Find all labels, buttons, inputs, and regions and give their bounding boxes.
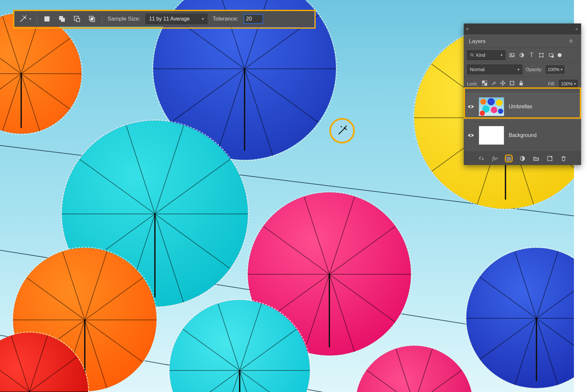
- panel-menu-icon[interactable]: ≡: [569, 38, 576, 45]
- fill-value: 100%: [561, 81, 573, 86]
- chevron-down-icon: ▾: [202, 17, 204, 21]
- add-to-selection-icon: [58, 15, 66, 23]
- close-icon[interactable]: ×: [464, 26, 471, 32]
- lock-icons: [482, 80, 524, 87]
- chevron-down-icon: ▾: [29, 17, 31, 21]
- svg-point-42: [508, 158, 510, 160]
- layer-filter-row: Kind ▾ T: [464, 48, 581, 62]
- lock-pixels-icon[interactable]: [491, 80, 497, 87]
- delete-layer-button[interactable]: [560, 155, 567, 162]
- lock-fill-row: Lock: Fill: 100% ▾: [464, 76, 581, 91]
- filter-adjustment-icon[interactable]: [519, 52, 525, 58]
- lock-position-icon[interactable]: [500, 80, 506, 87]
- layer-filter-kind-label: Kind: [476, 53, 485, 58]
- tolerance-label: Tolerance:: [213, 16, 238, 22]
- panel-titlebar[interactable]: × «: [464, 23, 581, 35]
- blend-opacity-row: Normal ▾ Opacity: 100% ▾: [464, 62, 581, 76]
- filter-image-icon[interactable]: [509, 52, 515, 58]
- fill-label: Fill:: [548, 81, 555, 86]
- blend-mode-value: Normal: [470, 67, 485, 72]
- opacity-value: 100%: [548, 67, 559, 72]
- svg-rect-29: [552, 55, 554, 57]
- layer-thumbnail: [479, 97, 504, 116]
- svg-rect-17: [91, 18, 93, 20]
- new-selection-icon: [43, 15, 51, 23]
- tool-preset-picker[interactable]: ▾: [19, 15, 31, 23]
- options-bar: ▾ Sample Size: 11 by 11 Average ▾ Tolera…: [14, 11, 314, 27]
- link-layers-button[interactable]: [477, 155, 485, 162]
- opacity-input[interactable]: 100% ▾: [546, 65, 564, 74]
- svg-line-8: [26, 18, 26, 19]
- svg-rect-32: [485, 83, 487, 85]
- svg-line-9: [25, 16, 26, 16]
- lock-artboard-icon[interactable]: [509, 80, 515, 87]
- chevron-down-icon: ▾: [518, 67, 519, 72]
- separator: [37, 13, 37, 24]
- layer-filter-kind-select[interactable]: Kind ▾: [467, 50, 505, 60]
- svg-line-3: [346, 129, 347, 130]
- svg-rect-12: [61, 18, 65, 22]
- svg-line-4: [346, 126, 347, 127]
- svg-point-18: [471, 53, 473, 56]
- layer-fx-button[interactable]: fx▾: [491, 155, 499, 162]
- intersect-selection-button[interactable]: [87, 14, 97, 24]
- fill-input[interactable]: 100% ▾: [559, 80, 578, 88]
- chevron-down-icon: ▾: [501, 53, 503, 57]
- layer-name: Background: [509, 132, 536, 138]
- add-mask-button[interactable]: [505, 155, 513, 162]
- umbrella-red-1: [0, 333, 88, 392]
- chevron-down-icon: ▾: [574, 82, 576, 86]
- lock-all-icon[interactable]: [518, 80, 524, 87]
- visibility-toggle[interactable]: [468, 133, 474, 138]
- layer-name: Umbrellas: [509, 104, 532, 110]
- new-group-button[interactable]: [532, 155, 540, 162]
- layers-list: Umbrellas Background: [464, 91, 581, 151]
- visibility-toggle[interactable]: [468, 104, 474, 109]
- search-icon: [470, 53, 474, 57]
- new-layer-button[interactable]: [546, 155, 554, 162]
- collapse-icon[interactable]: «: [572, 27, 581, 31]
- new-selection-button[interactable]: [42, 14, 52, 24]
- layers-tab[interactable]: Layers ≡: [464, 35, 581, 48]
- layer-thumbnail: [479, 126, 504, 145]
- svg-rect-31: [482, 81, 485, 83]
- blend-mode-select[interactable]: Normal ▾: [467, 65, 522, 74]
- svg-rect-14: [76, 18, 80, 22]
- tolerance-input[interactable]: [244, 14, 263, 24]
- filter-type-icon[interactable]: T: [528, 52, 535, 58]
- svg-point-40: [470, 134, 472, 136]
- add-to-selection-button[interactable]: [57, 14, 67, 24]
- svg-line-19: [473, 55, 474, 56]
- svg-rect-23: [540, 53, 543, 57]
- layer-row-umbrellas[interactable]: Umbrellas: [464, 92, 581, 121]
- svg-point-1: [344, 128, 345, 128]
- subtract-from-selection-button[interactable]: [72, 14, 82, 24]
- svg-line-0: [339, 128, 345, 134]
- opacity-label: Opacity:: [526, 67, 542, 72]
- lock-label: Lock:: [467, 81, 478, 86]
- filter-shape-icon[interactable]: [538, 52, 545, 58]
- new-adjustment-layer-button[interactable]: [519, 155, 526, 162]
- svg-rect-38: [520, 83, 523, 85]
- sample-size-select[interactable]: 11 by 11 Average ▾: [145, 14, 207, 24]
- svg-line-2: [341, 127, 342, 127]
- svg-point-26: [539, 56, 540, 57]
- lock-transparent-icon[interactable]: [482, 80, 488, 87]
- svg-point-24: [539, 53, 540, 54]
- layers-tab-label: Layers: [469, 38, 486, 45]
- svg-point-6: [24, 17, 25, 18]
- umbrella-orange-1: [0, 13, 82, 134]
- filter-smartobject-icon[interactable]: [548, 52, 554, 58]
- svg-point-27: [543, 56, 544, 57]
- layer-filter-icons: T: [509, 52, 562, 58]
- svg-point-25: [543, 53, 544, 54]
- svg-rect-10: [45, 17, 50, 22]
- svg-point-39: [470, 106, 472, 108]
- sample-size-value: 11 by 11 Average: [149, 16, 189, 22]
- layers-panel: × « Layers ≡ Kind ▾ T Normal ▾ Opacity: [464, 23, 581, 165]
- intersect-selection-icon: [88, 15, 96, 23]
- filter-toggle-dot[interactable]: [558, 53, 562, 57]
- chevron-down-icon: ▾: [561, 67, 563, 72]
- separator: [102, 13, 102, 24]
- layer-row-background[interactable]: Background: [464, 121, 581, 149]
